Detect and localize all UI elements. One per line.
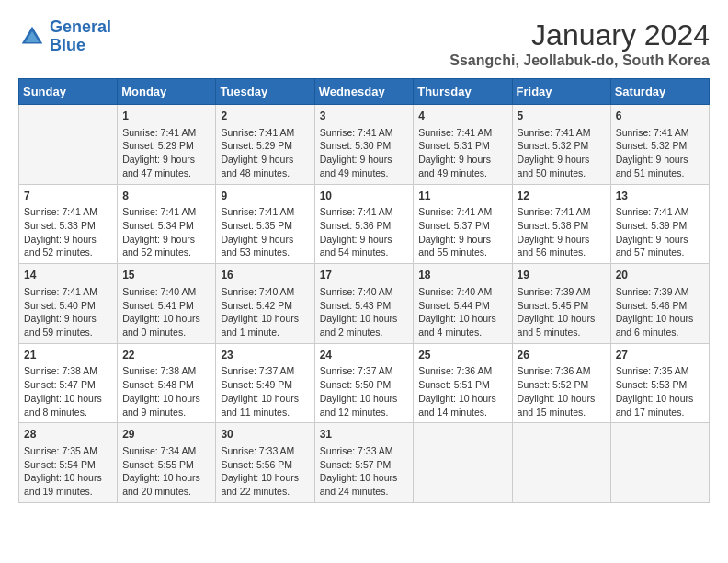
calendar-cell: 28Sunrise: 7:35 AMSunset: 5:54 PMDayligh… [19, 423, 118, 503]
day-number: 22 [122, 348, 210, 363]
day-number: 17 [320, 268, 409, 283]
logo-icon [18, 23, 46, 51]
calendar-cell: 19Sunrise: 7:39 AMSunset: 5:45 PMDayligh… [512, 264, 610, 344]
day-number: 23 [221, 348, 309, 363]
calendar-cell: 4Sunrise: 7:41 AMSunset: 5:31 PMDaylight… [414, 105, 512, 185]
day-number: 15 [122, 268, 210, 283]
cell-content: Sunrise: 7:38 AMSunset: 5:48 PMDaylight:… [122, 364, 210, 419]
cell-content: Sunrise: 7:41 AMSunset: 5:36 PMDaylight:… [320, 205, 409, 259]
calendar-cell: 26Sunrise: 7:36 AMSunset: 5:52 PMDayligh… [512, 343, 610, 423]
cell-content: Sunrise: 7:41 AMSunset: 5:29 PMDaylight:… [221, 126, 309, 180]
day-number: 13 [616, 189, 704, 204]
cell-content: Sunrise: 7:41 AMSunset: 5:29 PMDaylight:… [122, 126, 210, 180]
calendar-cell: 17Sunrise: 7:40 AMSunset: 5:43 PMDayligh… [314, 264, 414, 344]
calendar-cell: 24Sunrise: 7:37 AMSunset: 5:50 PMDayligh… [314, 343, 414, 423]
day-number: 1 [122, 109, 210, 124]
calendar-cell: 8Sunrise: 7:41 AMSunset: 5:34 PMDaylight… [118, 184, 216, 264]
cell-content: Sunrise: 7:40 AMSunset: 5:42 PMDaylight:… [221, 285, 309, 339]
day-number: 25 [418, 348, 506, 363]
calendar-cell: 3Sunrise: 7:41 AMSunset: 5:30 PMDaylight… [314, 105, 414, 185]
cell-content: Sunrise: 7:41 AMSunset: 5:32 PMDaylight:… [616, 126, 704, 180]
calendar-cell: 5Sunrise: 7:41 AMSunset: 5:32 PMDaylight… [512, 105, 610, 185]
day-number: 18 [418, 268, 506, 283]
calendar-cell [19, 105, 118, 185]
calendar-cell: 15Sunrise: 7:40 AMSunset: 5:41 PMDayligh… [118, 264, 216, 344]
title-block: January 2024 Ssangchi, Jeollabuk-do, Sou… [449, 18, 710, 69]
calendar-cell: 30Sunrise: 7:33 AMSunset: 5:56 PMDayligh… [216, 423, 314, 503]
cell-content: Sunrise: 7:37 AMSunset: 5:49 PMDaylight:… [221, 364, 309, 419]
cell-content: Sunrise: 7:36 AMSunset: 5:52 PMDaylight:… [518, 364, 606, 419]
cell-content: Sunrise: 7:41 AMSunset: 5:40 PMDaylight:… [24, 285, 112, 339]
calendar-week-1: 1Sunrise: 7:41 AMSunset: 5:29 PMDaylight… [19, 105, 710, 185]
cell-content: Sunrise: 7:35 AMSunset: 5:53 PMDaylight:… [616, 364, 704, 419]
page-header: General Blue January 2024 Ssangchi, Jeol… [18, 18, 710, 69]
day-number: 2 [221, 109, 309, 124]
cell-content: Sunrise: 7:40 AMSunset: 5:44 PMDaylight:… [418, 285, 506, 339]
cell-content: Sunrise: 7:36 AMSunset: 5:51 PMDaylight:… [418, 364, 506, 419]
day-header-friday: Friday [512, 79, 610, 105]
cell-content: Sunrise: 7:41 AMSunset: 5:30 PMDaylight:… [320, 126, 409, 180]
logo: General Blue [18, 18, 111, 55]
calendar-cell: 18Sunrise: 7:40 AMSunset: 5:44 PMDayligh… [414, 264, 512, 344]
calendar-cell: 31Sunrise: 7:33 AMSunset: 5:57 PMDayligh… [314, 423, 414, 503]
calendar-cell: 6Sunrise: 7:41 AMSunset: 5:32 PMDaylight… [610, 105, 709, 185]
calendar-cell: 2Sunrise: 7:41 AMSunset: 5:29 PMDaylight… [216, 105, 314, 185]
cell-content: Sunrise: 7:41 AMSunset: 5:37 PMDaylight:… [418, 205, 506, 259]
day-number: 3 [320, 109, 409, 124]
calendar-cell: 11Sunrise: 7:41 AMSunset: 5:37 PMDayligh… [414, 184, 512, 264]
logo-line2: Blue [50, 36, 85, 54]
main-title: January 2024 [449, 18, 710, 52]
day-number: 20 [616, 268, 704, 283]
day-number: 27 [616, 348, 704, 363]
cell-content: Sunrise: 7:33 AMSunset: 5:57 PMDaylight:… [320, 444, 409, 499]
calendar-cell [610, 423, 709, 503]
day-number: 31 [320, 427, 409, 442]
cell-content: Sunrise: 7:35 AMSunset: 5:54 PMDaylight:… [24, 444, 112, 499]
calendar-cell: 29Sunrise: 7:34 AMSunset: 5:55 PMDayligh… [118, 423, 216, 503]
day-number: 29 [122, 427, 210, 442]
cell-content: Sunrise: 7:41 AMSunset: 5:32 PMDaylight:… [518, 126, 606, 180]
cell-content: Sunrise: 7:41 AMSunset: 5:35 PMDaylight:… [221, 205, 309, 259]
day-number: 14 [24, 268, 112, 283]
cell-content: Sunrise: 7:41 AMSunset: 5:34 PMDaylight:… [122, 205, 210, 259]
day-header-monday: Monday [118, 79, 216, 105]
cell-content: Sunrise: 7:38 AMSunset: 5:47 PMDaylight:… [24, 364, 112, 419]
day-number: 24 [320, 348, 409, 363]
calendar-week-5: 28Sunrise: 7:35 AMSunset: 5:54 PMDayligh… [19, 423, 710, 503]
calendar-cell: 12Sunrise: 7:41 AMSunset: 5:38 PMDayligh… [512, 184, 610, 264]
day-header-sunday: Sunday [19, 79, 118, 105]
day-header-thursday: Thursday [414, 79, 512, 105]
calendar-cell: 22Sunrise: 7:38 AMSunset: 5:48 PMDayligh… [118, 343, 216, 423]
day-number: 12 [518, 189, 606, 204]
cell-content: Sunrise: 7:37 AMSunset: 5:50 PMDaylight:… [320, 364, 409, 419]
day-number: 19 [518, 268, 606, 283]
cell-content: Sunrise: 7:34 AMSunset: 5:55 PMDaylight:… [122, 444, 210, 499]
calendar-cell: 20Sunrise: 7:39 AMSunset: 5:46 PMDayligh… [610, 264, 709, 344]
calendar-week-4: 21Sunrise: 7:38 AMSunset: 5:47 PMDayligh… [19, 343, 710, 423]
day-header-saturday: Saturday [610, 79, 709, 105]
cell-content: Sunrise: 7:33 AMSunset: 5:56 PMDaylight:… [221, 444, 309, 499]
calendar-table: SundayMondayTuesdayWednesdayThursdayFrid… [18, 78, 710, 503]
day-number: 8 [122, 189, 210, 204]
day-number: 28 [24, 427, 112, 442]
day-number: 30 [221, 427, 309, 442]
cell-content: Sunrise: 7:40 AMSunset: 5:41 PMDaylight:… [122, 285, 210, 339]
cell-content: Sunrise: 7:39 AMSunset: 5:46 PMDaylight:… [616, 285, 704, 339]
day-number: 11 [418, 189, 506, 204]
calendar-cell: 16Sunrise: 7:40 AMSunset: 5:42 PMDayligh… [216, 264, 314, 344]
day-header-tuesday: Tuesday [216, 79, 314, 105]
calendar-cell: 7Sunrise: 7:41 AMSunset: 5:33 PMDaylight… [19, 184, 118, 264]
day-number: 9 [221, 189, 309, 204]
calendar-cell: 9Sunrise: 7:41 AMSunset: 5:35 PMDaylight… [216, 184, 314, 264]
cell-content: Sunrise: 7:41 AMSunset: 5:38 PMDaylight:… [518, 205, 606, 259]
cell-content: Sunrise: 7:41 AMSunset: 5:31 PMDaylight:… [418, 126, 506, 180]
day-number: 21 [24, 348, 112, 363]
calendar-cell: 21Sunrise: 7:38 AMSunset: 5:47 PMDayligh… [19, 343, 118, 423]
calendar-week-3: 14Sunrise: 7:41 AMSunset: 5:40 PMDayligh… [19, 264, 710, 344]
day-number: 16 [221, 268, 309, 283]
cell-content: Sunrise: 7:41 AMSunset: 5:39 PMDaylight:… [616, 205, 704, 259]
day-number: 26 [518, 348, 606, 363]
logo-line1: General [50, 17, 111, 36]
calendar-cell: 1Sunrise: 7:41 AMSunset: 5:29 PMDaylight… [118, 105, 216, 185]
calendar-cell: 23Sunrise: 7:37 AMSunset: 5:49 PMDayligh… [216, 343, 314, 423]
